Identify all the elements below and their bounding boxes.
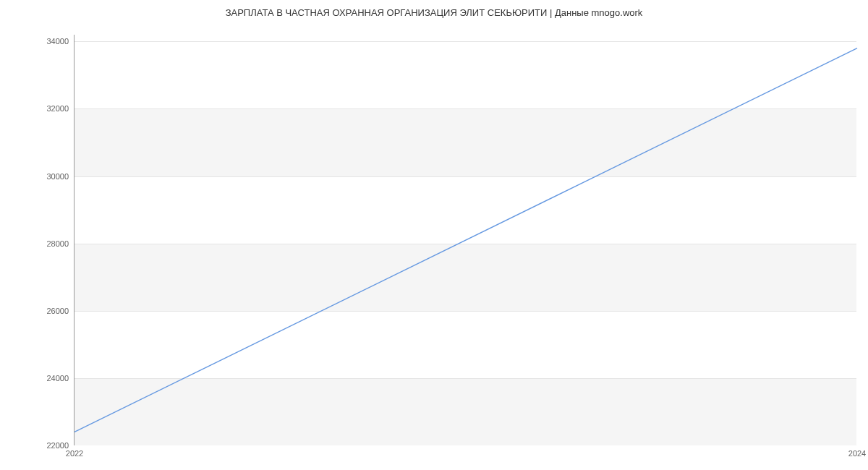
y-tick-label: 30000 bbox=[46, 172, 75, 181]
plot-area: 2200024000260002800030000320003400020222… bbox=[74, 35, 856, 445]
y-tick-label: 24000 bbox=[46, 374, 75, 383]
data-line bbox=[75, 48, 857, 432]
x-tick-label: 2024 bbox=[848, 445, 866, 458]
y-tick-label: 26000 bbox=[46, 307, 75, 315]
y-tick-label: 34000 bbox=[46, 37, 75, 46]
x-tick-label: 2022 bbox=[66, 445, 83, 458]
y-tick-label: 32000 bbox=[46, 104, 75, 113]
salary-chart: ЗАРПЛАТА В ЧАСТНАЯ ОХРАННАЯ ОРГАНИЗАЦИЯ … bbox=[0, 0, 868, 470]
chart-title: ЗАРПЛАТА В ЧАСТНАЯ ОХРАННАЯ ОРГАНИЗАЦИЯ … bbox=[0, 7, 868, 18]
line-layer bbox=[75, 35, 857, 445]
y-tick-label: 28000 bbox=[46, 239, 75, 248]
